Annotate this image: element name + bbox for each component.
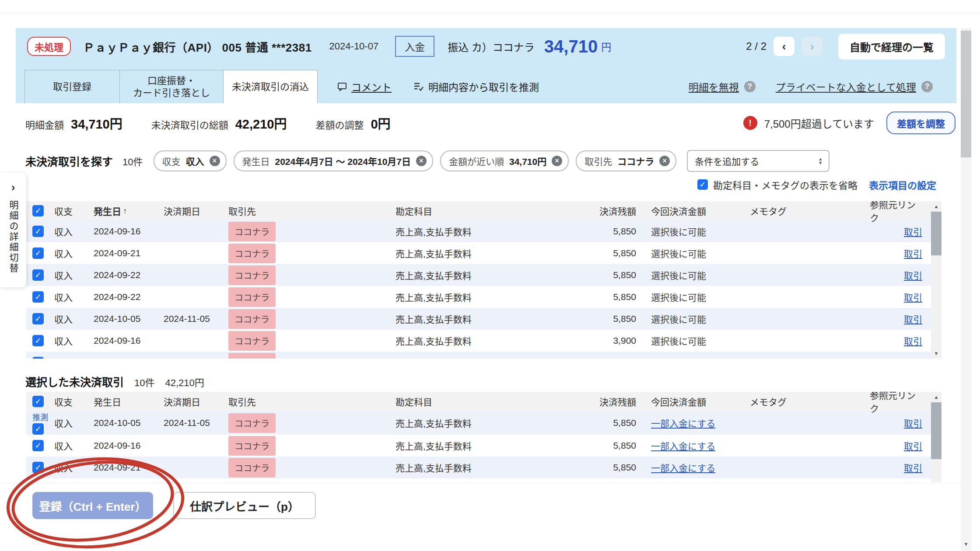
deposit-type-box: 入金 <box>395 36 434 57</box>
row-checkbox[interactable] <box>32 248 44 259</box>
row-checkbox[interactable] <box>32 269 44 281</box>
add-condition-select[interactable]: 条件を追加する ▲▼ <box>687 150 830 172</box>
col-shushi: 収支 <box>54 395 94 408</box>
row-checkbox[interactable] <box>32 357 44 359</box>
ignore-statement-link[interactable]: 明細を無視 <box>689 79 739 94</box>
display-settings-link[interactable]: 表示項目の設定 <box>869 178 936 192</box>
omit-columns-label: 勘定科目・メモタグの表示を省略 <box>713 178 858 192</box>
close-icon[interactable]: × <box>552 156 562 166</box>
tab-unsettled-clearing[interactable]: 未決済取引の消込 <box>223 70 318 103</box>
ref-transaction-link[interactable]: 取引 <box>904 290 922 303</box>
page-scrollbar-thumb[interactable] <box>961 31 971 157</box>
cell-account: 売上高,支払手数料 <box>396 416 579 429</box>
row-checkbox[interactable] <box>32 462 44 473</box>
cell-balance: 5,850 <box>579 418 640 428</box>
table-row: 収入 2024-09-21 ココナラ 売上高,支払手数料 5,850 選択後に可… <box>26 242 931 264</box>
ref-transaction-link[interactable]: 取引 <box>904 247 922 260</box>
ref-transaction-link[interactable]: 取引 <box>904 225 922 238</box>
cell-account: 売上高,支払手数料 <box>396 290 579 303</box>
detail-toggle-panel[interactable]: › 明細の詳細切替 <box>0 173 26 287</box>
col-partner: 取引先 <box>228 395 396 408</box>
register-button[interactable]: 登録（Ctrl + Enter） <box>32 492 153 519</box>
table-row: 収入 2024-10-05 2024-11-05 ココナラ 売上高,支払手数料 … <box>26 308 931 330</box>
page-scrollbar: ▼ <box>961 28 971 551</box>
filter-chip-shushi[interactable]: 収支 収入 × <box>154 150 227 171</box>
ref-transaction-link[interactable]: 取引 <box>904 416 922 429</box>
adjust-difference-button[interactable]: 差額を調整 <box>886 112 956 134</box>
row-checkbox[interactable] <box>32 226 44 237</box>
help-icon[interactable]: ? <box>744 81 756 92</box>
scrollbar-thumb[interactable] <box>931 402 942 459</box>
ref-transaction-link[interactable]: 取引 <box>904 439 922 452</box>
scrollbar-thumb[interactable] <box>931 212 942 255</box>
statement-description: 振込 カ）ココナラ <box>448 39 535 54</box>
comment-link[interactable]: コメント <box>337 70 392 103</box>
cell-account: 売上高,支払手数料 <box>396 461 579 474</box>
row-checkbox[interactable] <box>32 291 44 303</box>
filter-chip-partner[interactable]: 取引先 ココナラ × <box>576 150 676 171</box>
row-checkbox[interactable] <box>32 440 44 451</box>
cell-shushi: 収入 <box>54 269 94 282</box>
ref-transaction-link[interactable]: 取引 <box>904 461 922 474</box>
cell-balance: 3,700 <box>579 357 640 359</box>
select-all-checkbox[interactable] <box>32 396 44 407</box>
sort-asc-icon: ↑ <box>123 206 127 216</box>
chevron-right-icon: › <box>11 181 15 194</box>
scroll-up-icon[interactable]: ▲ <box>931 392 942 402</box>
select-all-checkbox[interactable] <box>32 205 44 216</box>
col-due: 決済期日 <box>164 204 228 217</box>
partner-tag: ココナラ <box>228 222 276 241</box>
guess-link[interactable]: 推測 <box>32 411 48 422</box>
ref-transaction-link[interactable]: 取引 <box>904 334 922 347</box>
partial-deposit-link[interactable]: 一部入金にする <box>651 439 715 452</box>
col-balance: 決済残額 <box>579 204 640 217</box>
close-icon[interactable]: × <box>659 156 670 166</box>
header-right-controls: 2 / 2 ‹ › 自動で経理の一覧 <box>746 34 945 59</box>
partner-tag: ココナラ <box>228 265 276 285</box>
cell-shushi: 収入 <box>54 290 94 303</box>
display-options-row: 勘定科目・メモタグの表示を省略 表示項目の設定 <box>697 177 936 192</box>
footer-action-bar: 登録（Ctrl + Enter） 仕訳プレビュー（p） <box>0 483 961 551</box>
close-icon[interactable]: × <box>210 156 220 166</box>
suggest-from-detail-link[interactable]: 明細内容から取引を推測 <box>413 70 539 103</box>
close-icon[interactable]: × <box>416 156 427 166</box>
auto-keiri-list-button[interactable]: 自動で経理の一覧 <box>838 34 945 59</box>
cell-shushi: 収入 <box>54 225 94 238</box>
help-icon[interactable]: ? <box>921 81 933 92</box>
next-statement-button[interactable]: › <box>802 37 822 56</box>
cell-date: 2024-09-22 <box>94 292 164 302</box>
cell-account: 売上高,支払手数料 <box>396 269 579 282</box>
statement-header-row: 未処理 ＰａｙＰａｙ銀行（API） 005 普通 ***2381 2024-10… <box>27 34 945 59</box>
col-date-sorted[interactable]: 発生日↑ <box>94 204 164 217</box>
ref-transaction-link[interactable]: 取引 <box>904 269 922 282</box>
tab-transaction-register[interactable]: 取引登録 <box>24 70 120 103</box>
selected-total: 42,210円 <box>165 375 204 389</box>
partial-deposit-link[interactable]: 一部入金にする <box>651 416 715 429</box>
table-row: 収入 2024-09-16 ココナラ 売上高,支払手数料 5,850 選択後に可… <box>26 220 931 242</box>
prev-statement-button[interactable]: ‹ <box>774 37 794 56</box>
tab-account-transfer[interactable]: 口座振替・ カード引き落とし <box>119 70 224 103</box>
row-checkbox[interactable] <box>32 423 44 435</box>
col-memo: メモタグ <box>738 395 870 408</box>
filter-chip-date[interactable]: 発生日 2024年4月7日 ～ 2024年10月7日 × <box>234 150 434 171</box>
scroll-down-icon[interactable]: ▼ <box>961 539 971 549</box>
journal-preview-button[interactable]: 仕訳プレビュー（p） <box>173 492 316 519</box>
omit-columns-checkbox[interactable] <box>697 179 708 190</box>
partial-deposit-link[interactable]: 一部入金にする <box>651 461 715 474</box>
filter-row: 未決済取引を探す 10件 収支 収入 × 発生日 2024年4月7日 ～ 202… <box>25 150 830 171</box>
ref-transaction-link[interactable]: 取引 <box>904 356 922 359</box>
filter-chip-amount[interactable]: 金額が近い順 34,710円 × <box>440 150 569 171</box>
col-account: 勘定科目 <box>396 204 579 217</box>
private-deposit-link[interactable]: プライベートな入金として処理 <box>776 79 916 94</box>
row-checkbox[interactable] <box>32 313 44 324</box>
col-amount: 今回決済金額 <box>640 204 738 217</box>
selected-count: 10件 <box>134 375 154 389</box>
cell-account: 売上高,支払手数料 <box>396 334 579 347</box>
cell-date: 2024-09-21 <box>94 248 164 258</box>
scroll-up-icon[interactable]: ▲ <box>931 201 942 212</box>
ref-transaction-link[interactable]: 取引 <box>904 312 922 325</box>
scroll-down-icon[interactable]: ▼ <box>931 348 942 359</box>
cell-date: 2024-10-05 <box>94 314 164 324</box>
row-checkbox[interactable] <box>32 335 44 346</box>
partner-tag: ココナラ <box>228 331 276 351</box>
